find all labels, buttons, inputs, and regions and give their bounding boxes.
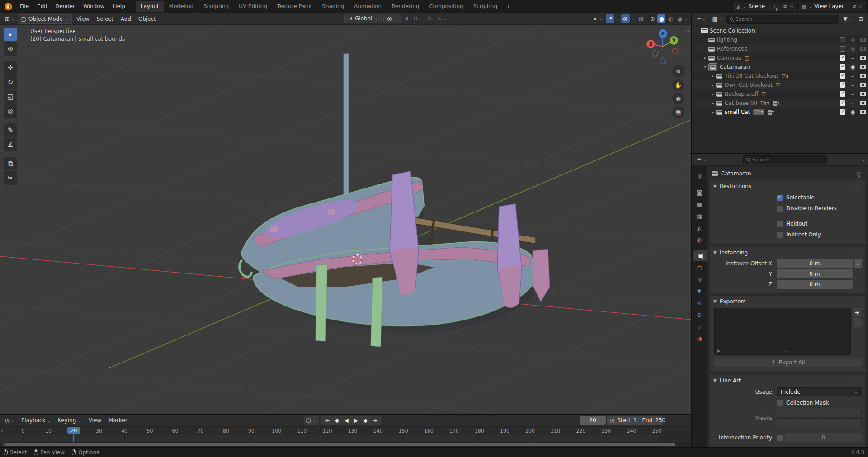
- render-camera-icon[interactable]: [860, 101, 866, 105]
- outliner-row-backup-stuff[interactable]: ▸Backup stuff▽⌣: [692, 90, 868, 99]
- timeline-ruler[interactable]: › 01020304050607080901001101201301401501…: [0, 426, 691, 435]
- render-camera-icon[interactable]: [860, 92, 866, 96]
- perspective-toggle-button[interactable]: ▦: [672, 106, 684, 118]
- axis-z-ball[interactable]: Z: [659, 29, 667, 38]
- properties-tab-view-layer[interactable]: ▩: [693, 211, 706, 221]
- menu-render[interactable]: Render: [52, 1, 79, 11]
- properties-tab-data[interactable]: ▽: [693, 321, 706, 332]
- collection-mask-checkbox[interactable]: [777, 400, 783, 406]
- material-preview-button[interactable]: ◐: [666, 14, 675, 23]
- add-exporter-button[interactable]: +: [853, 308, 862, 317]
- expander-icon[interactable]: ▸: [710, 74, 716, 78]
- expander-icon[interactable]: ▾: [702, 65, 708, 69]
- zoom-button[interactable]: ⊕: [672, 65, 684, 77]
- exclude-checkbox[interactable]: [840, 37, 845, 42]
- eye-closed-icon[interactable]: ⌣: [849, 73, 856, 79]
- proportional-falloff-dropdown[interactable]: ∿⌄: [435, 14, 448, 23]
- render-camera-icon[interactable]: [860, 38, 866, 42]
- eye-open-icon[interactable]: ◉: [849, 109, 856, 115]
- render-camera-icon[interactable]: [860, 65, 866, 69]
- timeline-menu-view[interactable]: View: [85, 416, 105, 425]
- filter-dropdown[interactable]: ▼⌄: [841, 15, 854, 23]
- expander-icon[interactable]: ▸: [710, 92, 716, 96]
- camera-view-button[interactable]: ◉: [672, 92, 684, 104]
- exclude-checkbox[interactable]: [840, 64, 845, 70]
- usage-dropdown[interactable]: Include ⌄: [777, 387, 862, 396]
- tab-texture-paint[interactable]: Texture Paint: [272, 1, 317, 12]
- outliner-row-references[interactable]: References◉: [692, 44, 868, 53]
- render-camera-icon[interactable]: [860, 83, 866, 87]
- mask-toggle-7[interactable]: [841, 418, 862, 427]
- region-expand-arrow[interactable]: ›: [1, 428, 3, 434]
- show-gizmo-toggle[interactable]: ↗: [606, 14, 614, 23]
- exclude-checkbox[interactable]: [840, 109, 845, 115]
- eye-closed-icon[interactable]: ⌣: [849, 55, 856, 61]
- line-art-panel-header[interactable]: ▼ Line Art ∷∷: [710, 375, 865, 386]
- current-frame-field[interactable]: 20: [580, 416, 606, 425]
- object-type-visibility-dropdown[interactable]: ►⌄: [592, 14, 604, 23]
- outliner-row-cat-base-00[interactable]: ▸Cat base 00▽13▤3⌣: [692, 99, 868, 108]
- properties-tab-scene[interactable]: ◭: [693, 222, 706, 233]
- expander-icon[interactable]: ▸: [702, 56, 708, 60]
- eye-closed-icon[interactable]: ⌣: [849, 100, 856, 106]
- timeline-track-area[interactable]: [0, 435, 691, 442]
- display-mode-dropdown[interactable]: ▩⌄: [710, 15, 725, 23]
- timeline-scrollbar[interactable]: [0, 442, 691, 447]
- remove-exporter-button[interactable]: −: [853, 318, 862, 327]
- viewport-menu-view[interactable]: View: [73, 14, 93, 24]
- properties-tab-particles[interactable]: ✱: [693, 286, 706, 297]
- tab-rendering[interactable]: Rendering: [387, 1, 424, 12]
- axis-neg-z-ball[interactable]: [660, 57, 666, 64]
- mode-dropdown[interactable]: ▢Object Mode⌄: [18, 14, 72, 24]
- mask-toggle-3[interactable]: [841, 409, 862, 418]
- expander-icon[interactable]: ▸: [710, 110, 716, 114]
- add-workspace-button[interactable]: +: [502, 1, 514, 12]
- axis-x-ball[interactable]: X: [646, 40, 655, 48]
- timeline-menu-keying[interactable]: Keying ⌄: [54, 416, 85, 425]
- restrictions-panel-header[interactable]: ▼ Restrictions ∷∷: [710, 180, 865, 192]
- pivot-point-dropdown[interactable]: ◎⌄: [383, 14, 401, 23]
- transform-tool[interactable]: ◎: [4, 104, 17, 118]
- eye-dim-icon[interactable]: ◉: [849, 46, 856, 52]
- export-all-button[interactable]: ↑ Export All: [714, 358, 862, 367]
- proportional-editing-toggle[interactable]: ⊙: [425, 14, 434, 23]
- menu-file[interactable]: File: [16, 1, 33, 11]
- rendered-shading-button[interactable]: ◕: [675, 14, 684, 23]
- editor-type-button[interactable]: ⊞⌄: [3, 15, 17, 23]
- new-collection-button[interactable]: ⊞: [856, 15, 865, 23]
- render-camera-icon[interactable]: [860, 56, 866, 60]
- panel-drag-handle[interactable]: ∷∷: [856, 184, 862, 188]
- pan-hand-button[interactable]: ✋: [672, 79, 684, 91]
- measure-tool[interactable]: ∡: [4, 138, 17, 151]
- xray-toggle[interactable]: ▧: [637, 14, 645, 23]
- search-input[interactable]: [736, 16, 836, 22]
- render-camera-icon[interactable]: [860, 74, 866, 78]
- intersection-priority-field[interactable]: 0: [785, 433, 862, 442]
- mask-toggle-5[interactable]: [798, 418, 819, 427]
- exclude-checkbox[interactable]: [840, 91, 845, 97]
- eye-dim-icon[interactable]: ◉: [849, 37, 856, 43]
- eye-closed-icon[interactable]: ⌣: [849, 91, 856, 97]
- panel-drag-handle[interactable]: ∷∷: [856, 250, 862, 255]
- snap-settings-dropdown[interactable]: ∷⌄: [412, 14, 424, 23]
- properties-tab-modifiers[interactable]: ⚙: [693, 274, 706, 285]
- scissors-tool[interactable]: ✂: [4, 171, 17, 185]
- properties-tab-output[interactable]: ▤: [693, 199, 706, 210]
- instance-offset-x-field[interactable]: 0 m: [777, 259, 853, 268]
- render-camera-icon[interactable]: [860, 47, 866, 51]
- tab-compositing[interactable]: Compositing: [424, 1, 468, 12]
- move-tool[interactable]: ✛: [4, 61, 17, 75]
- mask-toggle-6[interactable]: [820, 418, 840, 427]
- mask-toggle-2[interactable]: [820, 409, 840, 418]
- auto-keying-button[interactable]: ⌄: [304, 416, 319, 425]
- jump-to-start-button[interactable]: ⇤: [323, 416, 332, 424]
- z-field[interactable]: 0 m: [777, 280, 853, 289]
- search-input[interactable]: [752, 157, 824, 163]
- cursor-tool[interactable]: ⊕: [4, 42, 17, 56]
- play-button[interactable]: ▶: [352, 416, 361, 424]
- selectable-checkbox[interactable]: [777, 195, 783, 201]
- prev-keyframe-button[interactable]: ◆: [333, 416, 342, 424]
- expander-icon[interactable]: ▸: [710, 101, 716, 105]
- mask-toggle-4[interactable]: [777, 418, 797, 427]
- blender-logo-icon[interactable]: [5, 3, 12, 10]
